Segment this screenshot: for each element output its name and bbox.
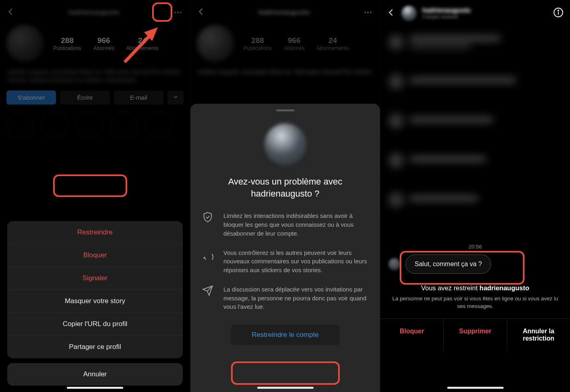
info-row-1: Limitez les interactions indésirables sa…	[200, 211, 370, 238]
tutorial-highlight-restrict-button	[231, 361, 340, 385]
blurred-chat-history	[380, 27, 570, 240]
profile-username: hadrienaugusto	[206, 8, 362, 16]
stat-following[interactable]: 24 Abonnements	[316, 36, 349, 51]
restrict-modal: Avez-vous un problème avec hadrienaugust…	[190, 104, 380, 392]
dm-username: hadrienaugusto	[422, 7, 471, 14]
sheet-report[interactable]: Signaler	[7, 267, 183, 289]
restricted-banner-title: Vous avez restreint hadrienaugusto	[389, 284, 561, 292]
action-sheet-group: Restreindre Bloquer Signaler Masquer vot…	[7, 221, 183, 358]
back-chevron-icon[interactable]	[197, 7, 206, 18]
stat-followers[interactable]: 966 Abonnés	[284, 36, 304, 51]
sheet-restrict[interactable]: Restreindre	[7, 221, 183, 244]
home-indicator	[67, 387, 123, 389]
modal-title: Avez-vous un problème avec hadrienaugust…	[228, 176, 342, 199]
avatar[interactable]	[197, 25, 234, 62]
sheet-block[interactable]: Bloquer	[7, 244, 183, 267]
restrict-account-button[interactable]: Restreindre le compte	[231, 325, 340, 345]
profile-header: 288 Publications 966 Abonnés 24 Abonneme…	[190, 21, 380, 66]
message-row: Salut, comment ça va ?	[380, 250, 570, 279]
stat-posts-count: 288	[244, 36, 272, 45]
info-text-3: La discussion sera déplacée vers vos inv…	[223, 285, 370, 311]
dm-header-text[interactable]: hadrienaugusto Compte restreint	[422, 7, 471, 20]
panel-2-restrict-modal: hadrienaugusto 288 Publications 966 Abon…	[190, 0, 380, 392]
drag-handle[interactable]	[276, 109, 295, 111]
comment-icon	[201, 248, 215, 275]
action-sheet: Restreindre Bloquer Signaler Masquer vot…	[7, 221, 183, 386]
restricted-banner-sub: La personne ne peut pas voir si vous ête…	[389, 295, 561, 310]
sheet-share[interactable]: Partager ce profil	[7, 335, 183, 358]
action-unrestrict[interactable]: Annuler la restriction	[507, 319, 570, 351]
dm-subtitle: Compte restreint	[422, 14, 471, 20]
stat-following-count: 24	[316, 36, 349, 45]
info-row-3: La discussion sera déplacée vers vos inv…	[200, 285, 370, 311]
action-unrestrict-l2: restriction	[523, 335, 554, 342]
more-options-icon[interactable]	[362, 12, 374, 13]
message-timestamp: 20:56	[380, 244, 570, 250]
action-block[interactable]: Bloquer	[380, 319, 443, 351]
dm-header: hadrienaugusto Compte restreint	[380, 0, 570, 27]
svg-point-6	[558, 10, 559, 11]
sheet-cancel[interactable]: Annuler	[7, 363, 183, 386]
restricted-banner-username: hadrienaugusto	[479, 284, 529, 291]
bio-text: Hadrien Augusto Journaliste Élevé au 700…	[190, 66, 380, 79]
message-avatar[interactable]	[388, 258, 401, 270]
stat-posts[interactable]: 288 Publications	[244, 36, 272, 51]
home-indicator	[257, 387, 314, 389]
info-text-1: Limitez les interactions indésirables sa…	[223, 211, 370, 238]
panel-1-profile-with-action-sheet: hadrienaugusto 288 Publications 966 Abon…	[0, 0, 190, 392]
modal-title-line2: hadrienaugusto ?	[251, 189, 319, 199]
sheet-hide-story[interactable]: Masquer votre story	[7, 289, 183, 312]
back-chevron-icon[interactable]	[387, 8, 396, 18]
info-text-2: Vous contrôlerez si les autres peuvent v…	[223, 248, 370, 275]
stats-row: 288 Publications 966 Abonnés 24 Abonneme…	[244, 36, 349, 51]
action-unrestrict-l1: Annuler la	[523, 328, 554, 335]
restricted-actions: Bloquer Supprimer Annuler la restriction	[380, 318, 570, 351]
stat-following-label: Abonnements	[316, 45, 349, 51]
topbar: hadrienaugusto	[190, 0, 380, 21]
dm-avatar[interactable]	[401, 6, 417, 21]
modal-avatar	[264, 123, 306, 165]
sheet-copy-url[interactable]: Copier l'URL du profil	[7, 312, 183, 335]
modal-title-line1: Avez-vous un problème avec	[228, 177, 342, 187]
stat-followers-label: Abonnés	[284, 45, 304, 51]
shield-check-icon	[201, 211, 215, 238]
send-icon	[201, 285, 215, 311]
stat-posts-label: Publications	[244, 45, 272, 51]
home-indicator	[447, 387, 504, 389]
stat-followers-count: 966	[284, 36, 304, 45]
restricted-banner-title-pre: Vous avez restreint	[421, 284, 479, 291]
message-bubble[interactable]: Salut, comment ça va ?	[405, 254, 491, 274]
action-delete[interactable]: Supprimer	[443, 319, 506, 351]
restricted-banner: Vous avez restreint hadrienaugusto La pe…	[380, 279, 570, 314]
info-icon[interactable]	[553, 7, 564, 19]
panel-3-dm-restricted: hadrienaugusto Compte restreint 20:56 Sa…	[380, 0, 570, 392]
info-row-2: Vous contrôlerez si les autres peuvent v…	[200, 248, 370, 275]
